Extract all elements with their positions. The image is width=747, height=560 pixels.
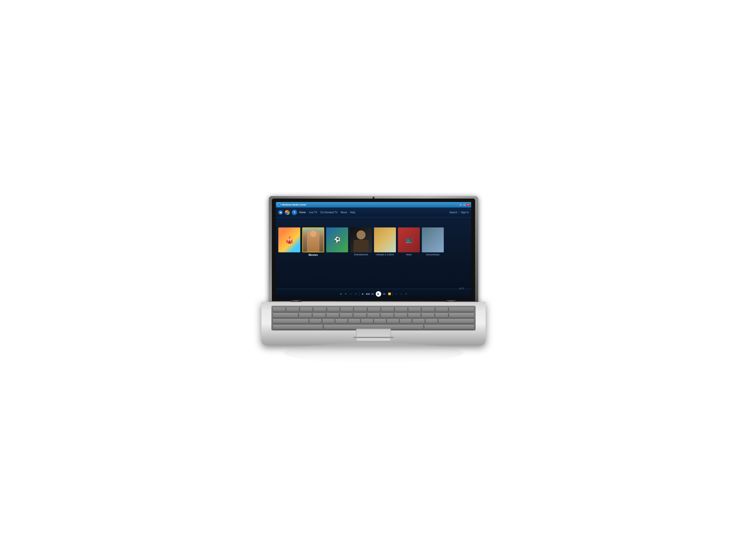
key[interactable] <box>438 319 474 324</box>
title-bar: Windows Media Center – □ ✕ <box>276 202 471 208</box>
category-movies[interactable]: Movies <box>302 228 324 256</box>
vol-plus-button[interactable]: + <box>404 292 408 296</box>
key[interactable] <box>412 319 425 324</box>
keyboard-area <box>271 306 476 330</box>
key[interactable] <box>273 319 309 324</box>
category-entertainment[interactable]: Entertainment <box>350 228 372 256</box>
minimize-button[interactable]: – <box>459 204 462 206</box>
key[interactable] <box>273 313 298 318</box>
key[interactable] <box>326 313 339 318</box>
key[interactable] <box>309 319 322 324</box>
key[interactable] <box>299 313 312 318</box>
key[interactable] <box>353 313 366 318</box>
key[interactable] <box>424 324 474 329</box>
back-icon: ◀ <box>280 211 282 214</box>
screen-bezel: Windows Media Center – □ ✕ ◀ <box>272 198 475 301</box>
vol-minus-button[interactable]: – <box>400 292 403 296</box>
next-button[interactable]: ⏭ <box>383 292 386 296</box>
category-lifestyle[interactable]: Lifestyle & Culture <box>374 228 396 256</box>
key[interactable] <box>367 313 380 318</box>
key[interactable] <box>394 313 407 318</box>
category-thumb-lifestyle <box>374 228 396 252</box>
key[interactable] <box>273 324 323 329</box>
nav-on-demand[interactable]: On Demand TV <box>320 211 337 214</box>
stop-button[interactable]: ■ <box>361 292 364 296</box>
key[interactable] <box>435 307 448 312</box>
key[interactable] <box>374 319 386 324</box>
category-documentary[interactable]: Documentary <box>422 228 444 256</box>
laptop-scene: Windows Media Center – □ ✕ ◀ <box>261 196 486 364</box>
key[interactable] <box>449 307 474 312</box>
fforward-button[interactable]: ⏩ <box>388 292 391 296</box>
category-thumb-documentary <box>422 228 444 252</box>
key[interactable] <box>348 319 361 324</box>
content-area: 🎪 Movies <box>276 217 471 289</box>
key[interactable] <box>408 307 421 312</box>
key[interactable] <box>421 307 435 312</box>
key[interactable] <box>335 319 347 324</box>
keyboard-rows <box>273 307 474 329</box>
nav-live-tv[interactable]: Live TV <box>309 211 317 214</box>
prev-button[interactable]: ⏮ <box>371 292 374 296</box>
wmc-app-icon <box>277 203 281 207</box>
key[interactable] <box>300 307 313 312</box>
play-button[interactable]: ▶ <box>376 291 381 297</box>
key[interactable] <box>354 307 367 312</box>
key[interactable] <box>395 307 408 312</box>
key[interactable] <box>340 313 353 318</box>
key[interactable] <box>381 313 394 318</box>
key[interactable] <box>312 313 326 318</box>
category-kids[interactable]: 🎪 <box>278 228 300 252</box>
touchpad[interactable] <box>356 328 391 341</box>
key[interactable] <box>327 307 340 312</box>
keyboard-row-1 <box>273 307 474 312</box>
key[interactable] <box>340 307 353 312</box>
key[interactable] <box>367 307 381 312</box>
key[interactable] <box>449 313 474 318</box>
category-news[interactable]: 📺 News <box>398 228 420 256</box>
key[interactable] <box>425 319 438 324</box>
keyboard-row-3 <box>273 319 474 324</box>
category-label-documentary: Documentary <box>426 254 440 256</box>
key[interactable] <box>273 307 286 312</box>
screen-display: Windows Media Center – □ ✕ ◀ <box>276 202 471 299</box>
plus-button[interactable]: + <box>354 292 358 296</box>
keyboard-row-2 <box>273 313 474 318</box>
title-bar-controls: – □ ✕ <box>459 204 470 206</box>
signin-link[interactable]: Sign In <box>461 211 469 214</box>
category-label-entertainment: Entertainment <box>354 254 368 256</box>
key[interactable] <box>322 319 335 324</box>
rewind-button[interactable]: ◀◀ <box>366 292 369 296</box>
key[interactable] <box>361 319 373 324</box>
laptop-base <box>261 302 486 346</box>
key[interactable] <box>286 307 299 312</box>
nav-home[interactable]: Home <box>299 211 306 214</box>
key[interactable] <box>400 319 412 324</box>
back-button[interactable]: ◀ <box>278 210 283 215</box>
nav-about[interactable]: About <box>341 211 347 214</box>
category-sports[interactable]: ⚽ <box>326 228 348 252</box>
search-link[interactable]: Search <box>449 211 458 214</box>
category-thumb-movies <box>302 228 324 252</box>
ctrl-divider-2 <box>393 292 393 296</box>
key[interactable] <box>387 319 399 324</box>
category-label-movies: Movies <box>308 254 318 256</box>
key[interactable] <box>421 313 435 318</box>
list-button[interactable]: ≡ <box>344 292 347 296</box>
maximize-button[interactable]: □ <box>463 204 466 206</box>
wmc-screen: Windows Media Center – □ ✕ ◀ <box>276 202 471 299</box>
category-label-lifestyle: Lifestyle & Culture <box>376 254 394 256</box>
title-bar-left: Windows Media Center <box>277 203 306 207</box>
key[interactable] <box>381 307 394 312</box>
key[interactable] <box>435 313 448 318</box>
category-thumb-entertainment <box>350 228 372 252</box>
laptop-reflection <box>284 343 463 363</box>
minus-button[interactable]: – <box>349 292 353 296</box>
dot-button[interactable]: ● <box>339 292 343 296</box>
brand-letter: S <box>294 211 295 214</box>
key[interactable] <box>408 313 421 318</box>
close-button[interactable]: ✕ <box>467 204 470 206</box>
key[interactable] <box>313 307 326 312</box>
nav-help[interactable]: Help <box>350 211 355 214</box>
category-thumb-sports: ⚽ <box>326 228 348 252</box>
